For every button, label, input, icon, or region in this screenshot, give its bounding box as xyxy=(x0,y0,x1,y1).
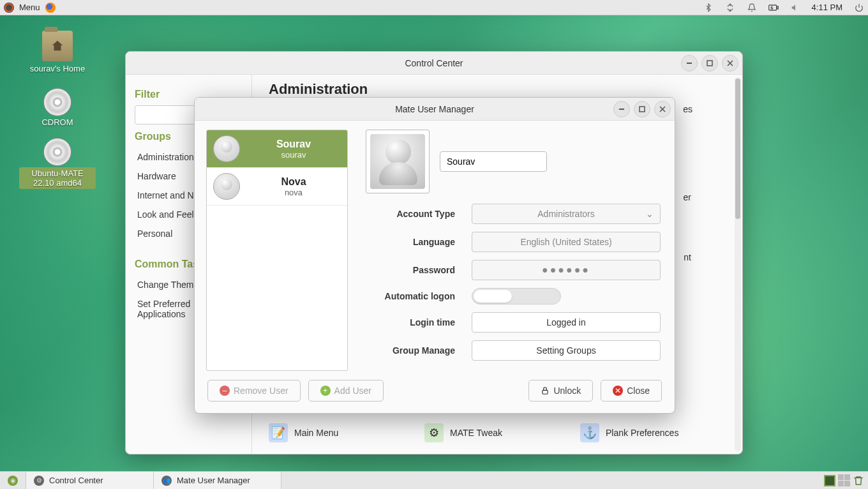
cd-icon xyxy=(43,138,71,166)
desktop-icon-label: sourav's Home xyxy=(19,64,96,73)
svg-rect-6 xyxy=(640,107,645,112)
mate-logo-icon: ◉ xyxy=(8,476,18,486)
login-time-label: Login time xyxy=(366,317,461,327)
desktop-iso[interactable]: Ubuntu-MATE 22.10 amd64 xyxy=(19,137,96,189)
minus-icon: – xyxy=(220,386,230,396)
users-icon: 👥 xyxy=(161,476,172,486)
language-value: English (United States) xyxy=(520,237,611,247)
svg-rect-1 xyxy=(777,6,778,9)
display-name-input[interactable] xyxy=(440,151,547,172)
svg-rect-3 xyxy=(707,61,712,66)
password-button[interactable]: ●●●●●● xyxy=(472,260,661,280)
password-label: Password xyxy=(366,265,461,275)
account-type-label: Account Type xyxy=(366,209,461,219)
close-button[interactable] xyxy=(654,101,671,117)
user-list: Sourav sourav Nova nova xyxy=(206,130,348,371)
volume-icon[interactable] xyxy=(790,3,800,13)
section-title: Administration xyxy=(269,81,726,98)
group-manage-value: Setting Groups xyxy=(536,345,595,356)
close-button[interactable] xyxy=(722,55,738,71)
login-time-button[interactable]: Logged in xyxy=(472,312,661,333)
cc-item-label: MATE Tweak xyxy=(450,428,502,438)
battery-icon[interactable] xyxy=(768,3,779,13)
language-button[interactable]: English (United States) xyxy=(472,232,661,252)
scrollbar-thumb[interactable] xyxy=(735,79,740,219)
bottom-panel: ◉ ⚙ Control Center 👥 Mate User Manager xyxy=(0,471,868,489)
user-display-name: Sourav xyxy=(246,139,341,150)
account-type-select[interactable]: Administrators ⌄ xyxy=(472,204,661,224)
svg-rect-7 xyxy=(542,390,548,394)
avatar-icon xyxy=(213,173,240,200)
plank-icon: ⚓ xyxy=(580,423,599,442)
trash-icon[interactable] xyxy=(853,475,864,486)
desktop-cdrom[interactable]: CDROM xyxy=(19,87,96,127)
user-login-name: nova xyxy=(246,188,341,197)
unlock-button[interactable]: Unlock xyxy=(528,380,593,402)
cc-item-label: Main Menu xyxy=(294,428,338,438)
clock[interactable]: 4:11 PM xyxy=(812,3,842,12)
group-manage-label: Group Manage xyxy=(366,345,461,356)
login-time-value: Logged in xyxy=(546,317,586,327)
minimize-button[interactable] xyxy=(681,55,698,71)
user-list-item[interactable]: Sourav sourav xyxy=(207,130,347,168)
titlebar[interactable]: Control Center xyxy=(126,52,742,75)
plus-icon: + xyxy=(320,386,331,396)
cc-item-partial: er xyxy=(684,192,691,202)
top-panel: Menu 4:11 PM xyxy=(0,0,868,15)
cc-item-main-menu[interactable]: 📝 Main Menu xyxy=(269,423,412,442)
cc-item-partial: nt xyxy=(684,252,691,262)
firefox-icon[interactable] xyxy=(45,3,56,13)
window-title: Mate User Manager xyxy=(395,104,474,114)
desktop-home-folder[interactable]: sourav's Home xyxy=(19,31,96,73)
show-desktop-button[interactable]: ◉ xyxy=(0,472,26,490)
menu-editor-icon: 📝 xyxy=(269,423,288,442)
auto-logon-toggle[interactable] xyxy=(472,288,561,305)
user-detail-panel: Account Type Administrators ⌄ Language E… xyxy=(348,121,675,371)
notifications-icon[interactable] xyxy=(747,3,757,13)
cd-icon xyxy=(43,88,71,116)
scrollbar[interactable] xyxy=(735,77,741,451)
user-manager-footer: – Remove User + Add User Unlock ✕ Close xyxy=(195,371,675,413)
button-label: Remove User xyxy=(234,386,288,396)
cc-item-label: Plank Preferences xyxy=(606,428,678,438)
distro-logo-icon[interactable] xyxy=(4,3,14,13)
cc-item-mate-tweak[interactable]: ⚙ MATE Tweak xyxy=(424,423,567,442)
workspace-1[interactable] xyxy=(824,475,835,486)
settings-icon: ⚙ xyxy=(34,476,44,486)
minimize-button[interactable] xyxy=(613,101,630,117)
titlebar[interactable]: Mate User Manager xyxy=(195,98,675,121)
lock-icon xyxy=(541,386,550,395)
power-icon[interactable] xyxy=(854,3,864,13)
workspace-switcher[interactable] xyxy=(838,474,850,486)
desktop-icon-label: Ubuntu-MATE 22.10 amd64 xyxy=(19,167,96,189)
password-mask: ●●●●●● xyxy=(542,264,590,276)
avatar-large[interactable] xyxy=(366,130,430,193)
cc-item-plank[interactable]: ⚓ Plank Preferences xyxy=(580,423,723,442)
user-login-name: sourav xyxy=(246,150,341,160)
taskbar-label: Mate User Manager xyxy=(177,476,250,485)
user-manager-window: Mate User Manager Sourav sourav N xyxy=(194,97,675,414)
auto-logon-label: Automatic logon xyxy=(366,291,461,301)
taskbar-label: Control Center xyxy=(49,476,103,485)
button-label: Unlock xyxy=(553,386,581,396)
bluetooth-icon[interactable] xyxy=(703,3,714,13)
button-label: Add User xyxy=(334,386,371,396)
language-label: Language xyxy=(366,237,461,247)
group-manage-button[interactable]: Setting Groups xyxy=(472,340,661,361)
maximize-button[interactable] xyxy=(701,55,718,71)
menu-label[interactable]: Menu xyxy=(19,3,40,12)
avatar-icon xyxy=(213,135,240,162)
remove-user-button[interactable]: – Remove User xyxy=(207,380,301,402)
taskbar-item-control-center[interactable]: ⚙ Control Center xyxy=(26,472,154,490)
taskbar-item-user-manager[interactable]: 👥 Mate User Manager xyxy=(154,472,281,490)
maximize-button[interactable] xyxy=(634,101,650,117)
close-dialog-button[interactable]: ✕ Close xyxy=(601,380,662,402)
folder-home-icon xyxy=(42,31,73,61)
cc-item-partial: es xyxy=(683,104,692,114)
updates-icon[interactable] xyxy=(725,3,735,13)
add-user-button[interactable]: + Add User xyxy=(308,380,384,402)
user-display-name: Nova xyxy=(246,176,341,188)
window-title: Control Center xyxy=(405,58,463,68)
user-list-item[interactable]: Nova nova xyxy=(207,168,347,206)
tweak-icon: ⚙ xyxy=(424,423,444,442)
